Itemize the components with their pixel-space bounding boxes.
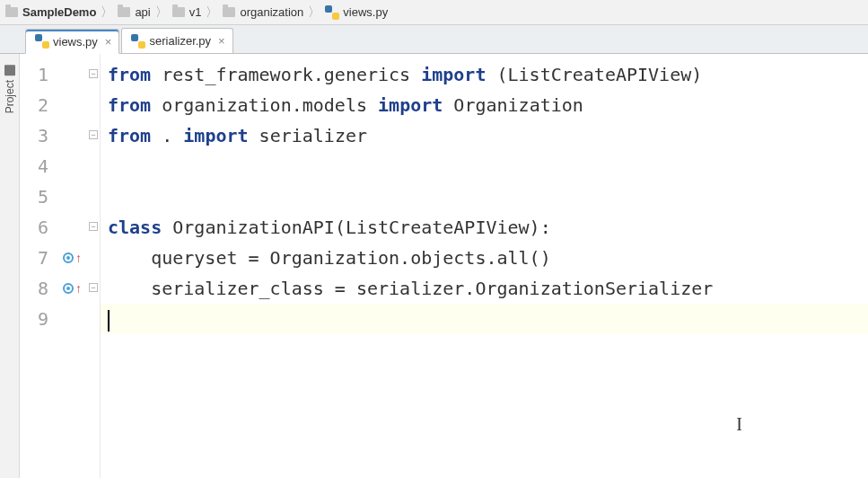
editor-tabs: views.py × serializer.py × xyxy=(0,25,868,54)
line-number-gutter: 123456789 xyxy=(20,54,57,478)
gutter-row xyxy=(57,304,100,334)
gutter-row xyxy=(57,181,100,212)
python-file-icon xyxy=(325,5,339,20)
code-line[interactable]: from rest_framework.generics import (Lis… xyxy=(101,59,868,90)
gutter-marks: −−−↑↑− xyxy=(57,54,101,478)
line-number: 1 xyxy=(20,59,57,90)
chevron-right-icon: 〉 xyxy=(205,4,219,21)
python-file-icon xyxy=(131,34,145,49)
line-number: 3 xyxy=(20,120,57,151)
close-icon[interactable]: × xyxy=(218,35,225,47)
gutter-row: − xyxy=(57,212,100,243)
code-editor[interactable]: 123456789 −−−↑↑− from rest_framework.gen… xyxy=(20,54,868,478)
tab-label: serializer.py xyxy=(149,34,211,48)
breadcrumb-project-label: SampleDemo xyxy=(22,5,96,19)
up-arrow-icon: ↑ xyxy=(75,251,82,265)
line-number: 7 xyxy=(20,243,57,273)
breadcrumb-folder[interactable]: api xyxy=(114,5,153,19)
override-icon[interactable] xyxy=(63,283,74,294)
code-line[interactable]: from . import serializer xyxy=(101,120,868,151)
gutter-row: − xyxy=(57,120,100,151)
breadcrumb-file-label: views.py xyxy=(343,5,388,19)
gutter-row: − xyxy=(57,59,100,90)
tab-serializer[interactable]: serializer.py × xyxy=(121,28,232,53)
folder-icon xyxy=(118,7,130,17)
breadcrumb[interactable]: SampleDemo 〉 api 〉 v1 〉 organization 〉 v… xyxy=(0,0,868,25)
line-number: 9 xyxy=(20,304,57,334)
line-number: 5 xyxy=(20,181,57,212)
folder-icon xyxy=(223,7,235,17)
chevron-right-icon: 〉 xyxy=(307,4,321,21)
text-cursor-icon: I xyxy=(736,414,742,435)
breadcrumb-project[interactable]: SampleDemo xyxy=(2,5,100,19)
fold-handle-icon[interactable]: − xyxy=(89,283,98,292)
tab-views[interactable]: views.py × xyxy=(25,29,119,54)
line-number: 4 xyxy=(20,151,57,181)
code-line[interactable]: class OrganizationAPI(ListCreateAPIView)… xyxy=(101,212,868,243)
python-file-icon xyxy=(35,34,49,49)
project-icon xyxy=(4,65,15,75)
folder-icon xyxy=(5,7,18,17)
folder-icon xyxy=(172,7,185,17)
breadcrumb-label: api xyxy=(135,5,150,19)
main-area: Project 123456789 −−−↑↑− from rest_frame… xyxy=(0,54,868,478)
fold-handle-icon[interactable]: − xyxy=(89,69,98,78)
gutter-row xyxy=(57,90,100,120)
line-number: 8 xyxy=(20,273,57,304)
gutter-row: ↑ xyxy=(57,243,100,273)
line-number: 6 xyxy=(20,212,57,243)
code-line[interactable]: serializer_class = serializer.Organizati… xyxy=(101,273,868,304)
code-area[interactable]: from rest_framework.generics import (Lis… xyxy=(101,54,868,478)
code-line[interactable] xyxy=(101,181,868,212)
breadcrumb-folder[interactable]: organization xyxy=(219,5,307,19)
breadcrumb-label: v1 xyxy=(189,5,202,19)
chevron-right-icon: 〉 xyxy=(100,4,114,21)
override-icon[interactable] xyxy=(63,252,74,263)
code-line[interactable] xyxy=(101,304,868,334)
caret xyxy=(108,310,110,332)
breadcrumb-file[interactable]: views.py xyxy=(321,5,391,20)
line-number: 2 xyxy=(20,90,57,120)
code-line[interactable]: from organization.models import Organiza… xyxy=(101,90,868,120)
breadcrumb-label: organization xyxy=(240,5,303,19)
code-line[interactable] xyxy=(101,151,868,181)
tab-label: views.py xyxy=(53,35,98,49)
fold-handle-icon[interactable]: − xyxy=(89,222,98,231)
close-icon[interactable]: × xyxy=(105,36,112,48)
chevron-right-icon: 〉 xyxy=(154,4,169,21)
project-toolwindow-tab[interactable]: Project xyxy=(3,59,17,119)
gutter-row: ↑− xyxy=(57,273,100,304)
breadcrumb-folder[interactable]: v1 xyxy=(169,5,206,19)
up-arrow-icon: ↑ xyxy=(75,281,82,296)
fold-handle-icon[interactable]: − xyxy=(89,130,98,139)
toolwindow-label: Project xyxy=(4,80,16,113)
toolwindow-bar: Project xyxy=(0,54,20,478)
gutter-row xyxy=(57,151,100,181)
code-line[interactable]: queryset = Organization.objects.all() xyxy=(101,243,868,273)
